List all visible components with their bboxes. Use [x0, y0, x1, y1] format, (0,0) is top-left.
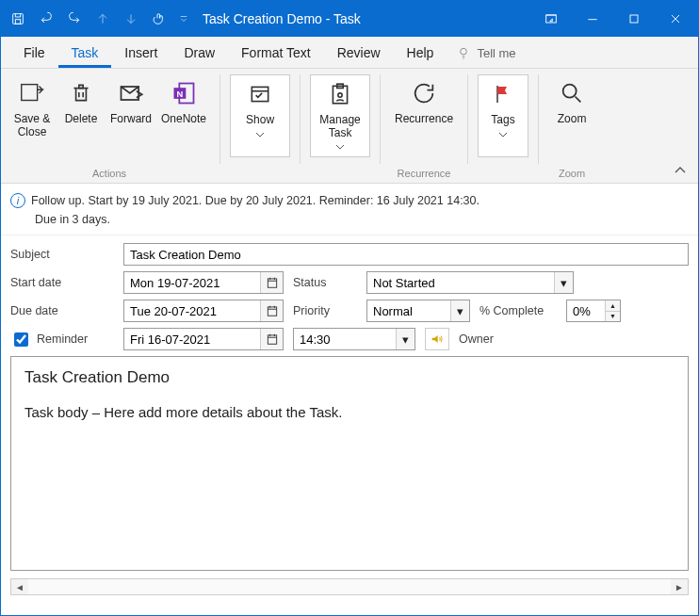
- recurrence-button[interactable]: Recurrence: [390, 74, 458, 157]
- calendar-icon: [266, 304, 279, 317]
- menu-help[interactable]: Help: [394, 40, 447, 68]
- collapse-ribbon-button[interactable]: [670, 162, 691, 179]
- delete-button[interactable]: Delete: [57, 74, 105, 157]
- show-icon: [245, 79, 275, 109]
- info-line-2: Due in 3 days.: [35, 210, 480, 229]
- svg-rect-15: [268, 279, 276, 287]
- subject-label: Subject: [10, 248, 114, 261]
- menu-format-text[interactable]: Format Text: [228, 40, 324, 68]
- svg-point-4: [461, 48, 467, 55]
- forward-label: Forward: [110, 112, 152, 127]
- manage-task-button[interactable]: Manage Task: [310, 74, 370, 157]
- horizontal-scrollbar[interactable]: ◄ ►: [10, 578, 689, 595]
- status-label: Status: [293, 276, 357, 289]
- onenote-button[interactable]: N OneNote: [157, 74, 210, 157]
- chevron-down-icon: [335, 142, 345, 152]
- minimize-button[interactable]: [574, 5, 611, 33]
- ribbon-group-show: Show: [230, 74, 290, 183]
- scroll-track[interactable]: [28, 579, 671, 594]
- qat-dropdown-icon[interactable]: [174, 6, 193, 32]
- ribbon-group-manage: Manage Task: [310, 74, 370, 183]
- save-close-label: Save & Close: [14, 112, 51, 139]
- ribbon-group-tags: Tags: [478, 74, 528, 183]
- scroll-right-button[interactable]: ►: [671, 579, 688, 594]
- menu-bar: File Task Insert Draw Format Text Review…: [1, 37, 698, 69]
- manage-task-label: Manage Task: [319, 113, 360, 140]
- svg-rect-16: [268, 307, 276, 316]
- start-date-picker-button[interactable]: [260, 272, 283, 293]
- scroll-left-button[interactable]: ◄: [11, 579, 28, 594]
- chevron-down-icon: [498, 130, 508, 139]
- save-icon[interactable]: [5, 6, 31, 32]
- svg-rect-17: [268, 335, 276, 344]
- up-icon[interactable]: [89, 6, 116, 32]
- save-close-icon: [17, 78, 47, 108]
- task-body-editor[interactable]: Task Creation Demo Task body – Here add …: [10, 356, 689, 571]
- window-title: Task Creation Demo - Task: [203, 11, 361, 26]
- body-title: Task Creation Demo: [24, 368, 675, 387]
- undo-icon[interactable]: [33, 6, 59, 32]
- due-date-picker-button[interactable]: [260, 300, 283, 321]
- reminder-time-select[interactable]: [293, 328, 415, 350]
- info-line-1: Follow up. Start by 19 July 2021. Due by…: [31, 191, 480, 210]
- reminder-label: Reminder: [37, 332, 88, 346]
- svg-rect-3: [630, 15, 638, 23]
- zoom-button[interactable]: Zoom: [548, 74, 595, 157]
- info-bar: i Follow up. Start by 19 July 2021. Due …: [1, 184, 698, 235]
- svg-point-14: [563, 85, 577, 98]
- menu-task[interactable]: Task: [58, 40, 112, 68]
- reminder-sound-button[interactable]: [425, 328, 449, 350]
- status-select[interactable]: [366, 271, 574, 294]
- tags-button[interactable]: Tags: [478, 74, 528, 157]
- zoom-label: Zoom: [558, 112, 587, 127]
- dock-icon[interactable]: [532, 5, 570, 33]
- group-label-zoom: Zoom: [559, 164, 585, 183]
- reminder-checkbox[interactable]: [14, 332, 28, 347]
- onenote-label: OneNote: [161, 112, 206, 127]
- title-bar: Task Creation Demo - Task: [1, 1, 698, 37]
- spin-up-button[interactable]: ▲: [605, 300, 620, 312]
- recurrence-icon: [409, 78, 439, 108]
- reminder-date-picker-button[interactable]: [260, 329, 283, 349]
- redo-icon[interactable]: [61, 6, 88, 32]
- delete-label: Delete: [65, 112, 98, 127]
- svg-point-13: [338, 93, 342, 97]
- onenote-icon: N: [169, 78, 199, 108]
- ribbon-group-zoom: Zoom Zoom: [548, 74, 595, 183]
- flag-icon: [488, 79, 518, 109]
- group-label-recurrence: Recurrence: [398, 164, 451, 183]
- subject-input[interactable]: [123, 243, 689, 266]
- menu-insert[interactable]: Insert: [111, 40, 171, 68]
- menu-file[interactable]: File: [10, 40, 58, 68]
- calendar-icon: [266, 332, 279, 346]
- touch-icon[interactable]: [146, 6, 172, 32]
- group-label-actions: Actions: [92, 164, 126, 183]
- ribbon-group-recurrence: Recurrence Recurrence: [390, 74, 458, 183]
- menu-review[interactable]: Review: [324, 40, 394, 68]
- close-button[interactable]: [657, 5, 694, 33]
- spin-down-button[interactable]: ▼: [605, 312, 620, 322]
- start-date-label: Start date: [10, 276, 114, 289]
- zoom-icon: [557, 78, 587, 108]
- down-icon[interactable]: [118, 6, 144, 32]
- tell-me-label: Tell me: [477, 46, 515, 60]
- due-date-label: Due date: [10, 304, 114, 317]
- delete-icon: [66, 78, 96, 108]
- ribbon: Save & Close Delete Forward N OneNote: [1, 69, 698, 184]
- ribbon-group-actions: Save & Close Delete Forward N OneNote: [8, 74, 210, 183]
- svg-text:N: N: [177, 89, 184, 99]
- sound-icon: [430, 332, 445, 347]
- calendar-icon: [266, 276, 279, 289]
- complete-label: % Complete: [480, 304, 557, 317]
- forward-button[interactable]: Forward: [106, 74, 155, 157]
- save-close-button[interactable]: Save & Close: [8, 74, 56, 157]
- maximize-button[interactable]: [615, 5, 653, 33]
- forward-icon: [116, 78, 146, 108]
- menu-draw[interactable]: Draw: [171, 40, 228, 68]
- priority-select[interactable]: [366, 300, 470, 322]
- show-button[interactable]: Show: [230, 74, 290, 157]
- tell-me-button[interactable]: Tell me: [447, 40, 525, 68]
- info-icon: i: [10, 193, 25, 208]
- svg-rect-0: [13, 14, 24, 24]
- task-form: Subject Start date Status ▾ Due date Pri…: [1, 235, 698, 350]
